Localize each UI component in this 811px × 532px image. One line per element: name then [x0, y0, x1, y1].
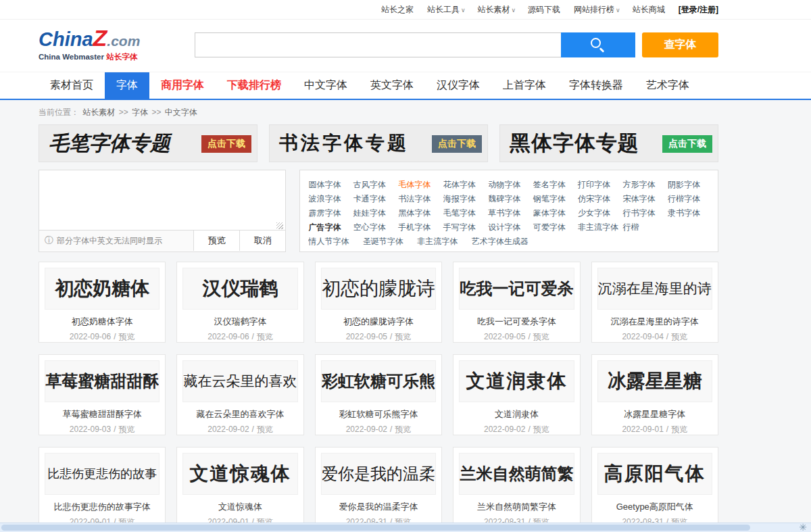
preview-link[interactable]: 预览 [119, 517, 135, 523]
category-link[interactable]: 圆体字体 [308, 178, 350, 191]
font-card[interactable]: 草莓蜜糖甜甜酥 草莓蜜糖甜甜酥字体 2022-09-03/预览 [39, 354, 166, 435]
font-name[interactable]: 沉溺在星海里的诗字体 [592, 316, 718, 328]
font-card[interactable]: 汉仪瑞鹤 汉仪瑞鹤字体 2022-09-06/预览 [176, 262, 303, 343]
breadcrumb-root[interactable]: 站长素材 [82, 107, 115, 117]
topbar-link-materials[interactable]: 站长素材∨ [477, 4, 516, 16]
banner-download-button[interactable]: 点击下载 [432, 135, 482, 153]
preview-text-input[interactable] [39, 170, 285, 230]
cancel-button[interactable]: 取消 [239, 231, 285, 251]
login-register-link[interactable]: [登录/注册] [679, 4, 718, 16]
font-card[interactable]: 爱你是我的温柔 爱你是我的温柔字体 2022-08-31/预览 [315, 447, 442, 523]
category-link[interactable]: 海报字体 [443, 192, 485, 205]
category-link[interactable]: 霹雳字体 [308, 206, 350, 219]
nav-item-english-font[interactable]: 英文字体 [359, 72, 425, 99]
chinaz-logo[interactable]: ChinaZ.com China Webmaster 站长字体 [39, 28, 140, 62]
search-button[interactable] [561, 32, 635, 57]
banner-download-button[interactable]: 点击下载 [201, 135, 251, 153]
category-link[interactable]: 娃娃字体 [353, 206, 395, 219]
category-link[interactable]: 设计字体 [488, 220, 530, 233]
category-link[interactable]: 非主流字体 [417, 235, 458, 247]
category-link[interactable]: 打印字体 [578, 178, 620, 191]
horizontal-scrollbar[interactable] [0, 523, 811, 532]
category-link[interactable]: 草书字体 [488, 206, 530, 219]
nav-item-art-font[interactable]: 艺术字体 [635, 72, 701, 99]
scrollbar-thumb[interactable] [1, 525, 750, 531]
find-font-button[interactable]: 查字体 [642, 32, 718, 57]
category-link[interactable]: 行书字体 [623, 206, 665, 219]
category-link[interactable]: 魏碑字体 [488, 192, 530, 205]
category-link[interactable]: 可爱字体 [533, 220, 575, 233]
category-link[interactable]: 黑体字体 [398, 206, 440, 219]
nav-item-hanyi-font[interactable]: 汉仪字体 [425, 72, 491, 99]
nav-item-material-home[interactable]: 素材首页 [39, 72, 105, 99]
font-name[interactable]: 文道润隶体 [453, 408, 579, 420]
font-name[interactable]: 爱你是我的温柔字体 [316, 501, 441, 513]
font-name[interactable]: 比悲伤更悲伤的故事字体 [39, 501, 165, 513]
font-name[interactable]: 文道惊魂体 [177, 501, 303, 513]
preview-link[interactable]: 预览 [533, 332, 549, 341]
preview-link[interactable]: 预览 [257, 332, 273, 341]
topbar-link-chinaz-home[interactable]: 站长之家 [381, 4, 415, 16]
font-name[interactable]: 汉仪瑞鹤字体 [177, 316, 303, 328]
font-name[interactable]: Geetype高原阳气体 [592, 501, 718, 513]
font-card[interactable]: 彩虹软糖可乐熊 彩虹软糖可乐熊字体 2022-09-02/预览 [315, 354, 442, 435]
preview-link[interactable]: 预览 [533, 517, 549, 523]
font-card[interactable]: 初恋奶糖体 初恋奶糖体字体 2022-09-06/预览 [39, 262, 166, 343]
font-name[interactable]: 彩虹软糖可乐熊字体 [316, 408, 441, 420]
category-link[interactable]: 花体字体 [443, 178, 485, 191]
category-link[interactable]: 钢笔字体 [533, 192, 575, 205]
font-name[interactable]: 草莓蜜糖甜甜酥字体 [39, 408, 165, 420]
nav-item-download-ranking[interactable]: 下载排行榜 [216, 72, 293, 99]
category-link[interactable]: 行楷 [623, 220, 665, 233]
category-link[interactable]: 仿宋字体 [578, 192, 620, 205]
topbar-link-mall[interactable]: 站长商城 [633, 4, 666, 16]
category-link[interactable]: 手机字体 [398, 220, 440, 233]
topbar-link-site-ranking[interactable]: 网站排行榜∨ [574, 4, 620, 16]
font-card[interactable]: 兰米自然萌简繁 兰米自然萌简繁字体 2022-08-31/预览 [453, 447, 580, 523]
category-link[interactable]: 艺术字体生成器 [472, 235, 529, 247]
nav-item-font-converter[interactable]: 字体转换器 [558, 72, 635, 99]
category-link[interactable]: 非主流字体 [578, 220, 620, 233]
font-name[interactable]: 冰露星星糖字体 [592, 408, 718, 420]
preview-link[interactable]: 预览 [119, 425, 135, 434]
font-name[interactable]: 吃我一记可爱杀字体 [453, 316, 579, 328]
preview-link[interactable]: 预览 [119, 332, 135, 341]
banner-download-button[interactable]: 点击下载 [662, 135, 712, 153]
category-link[interactable]: 古风字体 [353, 178, 395, 191]
font-name[interactable]: 藏在云朵里的喜欢字体 [177, 408, 303, 420]
nav-item-commercial-font[interactable]: 商用字体 [149, 72, 216, 99]
preview-link[interactable]: 预览 [395, 517, 411, 523]
category-link[interactable]: 行楷字体 [668, 192, 710, 205]
font-card[interactable]: 文道惊魂体 文道惊魂体 2022-09-01/预览 [176, 447, 303, 523]
category-link[interactable]: 少女字体 [578, 206, 620, 219]
category-link[interactable]: 圣诞节字体 [363, 235, 403, 247]
category-link[interactable]: 毛笔字体 [443, 206, 485, 219]
category-link[interactable]: 空心字体 [353, 220, 395, 233]
breadcrumb-font[interactable]: 字体 [132, 107, 148, 117]
font-card[interactable]: 冰露星星糖 冰露星星糖字体 2022-09-01/预览 [591, 354, 718, 435]
category-link[interactable]: 动物字体 [488, 178, 530, 191]
banner-heiti-font[interactable]: 黑体字体专题 点击下载 [499, 124, 718, 162]
nav-item-font-active[interactable]: 字体 [105, 72, 149, 99]
category-link[interactable]: 卡通字体 [353, 192, 395, 205]
banner-brush-font[interactable]: 毛笔字体专题 点击下载 [39, 124, 257, 162]
category-link[interactable]: 毛体字体 [398, 178, 440, 191]
resize-handle-icon[interactable] [276, 222, 283, 229]
banner-calligraphy-font[interactable]: 书法字体专题 点击下载 [269, 124, 488, 162]
category-link[interactable]: 隶书字体 [668, 206, 710, 219]
preview-button[interactable]: 预览 [193, 231, 239, 251]
category-link[interactable]: 方形字体 [623, 178, 665, 191]
font-name[interactable]: 初恋奶糖体字体 [39, 316, 165, 328]
font-name[interactable]: 初恋的朦胧诗字体 [316, 316, 441, 328]
font-card[interactable]: 高原阳气体 Geetype高原阳气体 2022-08-31/预览 [591, 447, 718, 523]
preview-link[interactable]: 预览 [671, 517, 687, 523]
preview-link[interactable]: 预览 [257, 425, 273, 434]
category-link[interactable]: 阴影字体 [668, 178, 710, 191]
search-input[interactable] [195, 32, 561, 57]
category-link[interactable]: 书法字体 [398, 192, 440, 205]
topbar-link-source-download[interactable]: 源码下载 [528, 4, 562, 16]
font-card[interactable]: 吃我一记可爱杀 吃我一记可爱杀字体 2022-09-05/预览 [453, 262, 580, 343]
preview-link[interactable]: 预览 [395, 425, 411, 434]
preview-link[interactable]: 预览 [395, 332, 411, 341]
font-card[interactable]: 藏在云朵里的喜欢 藏在云朵里的喜欢字体 2022-09-02/预览 [176, 354, 303, 435]
